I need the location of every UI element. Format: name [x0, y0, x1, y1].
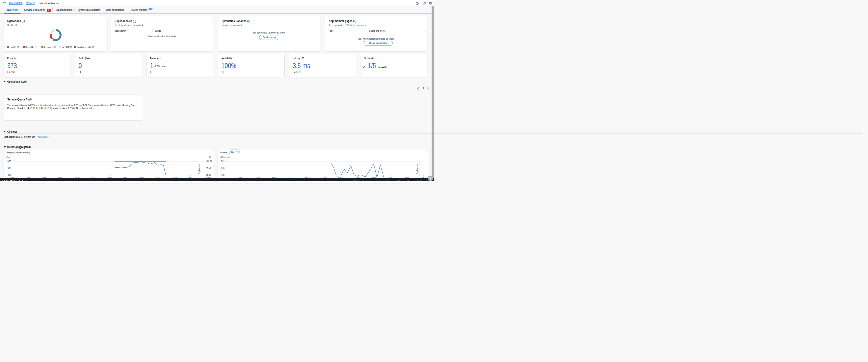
svg-text:Deployment...: Deployment...	[416, 162, 418, 174]
svg-text:Deployment...: Deployment...	[198, 162, 201, 174]
